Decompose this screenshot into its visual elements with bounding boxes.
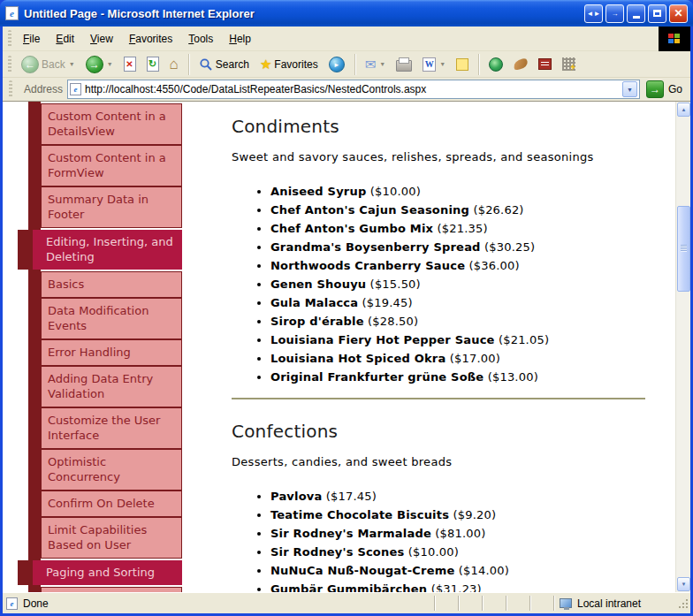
addressbar-grip[interactable] (9, 80, 12, 98)
home-icon: ⌂ (170, 57, 179, 72)
section-description: Desserts, candies, and sweet breads (232, 455, 649, 468)
forward-icon: → (86, 56, 103, 73)
menu-item-file[interactable]: File (15, 27, 48, 51)
refresh-button[interactable]: ↻ (142, 55, 164, 73)
sidebar-section-header[interactable]: Editing, Inserting, and Deleting (18, 230, 182, 270)
product-list: Pavlova ($17.45)Teatime Chocolate Biscui… (232, 488, 649, 592)
home-button[interactable]: ⌂ (165, 55, 183, 73)
back-dropdown-icon[interactable]: ▼ (69, 61, 75, 67)
windows-flag-icon (668, 34, 682, 45)
favorites-button[interactable]: ★ Favorites (255, 56, 323, 72)
scroll-down-button[interactable]: ▼ (677, 577, 690, 591)
media-icon: ▸ (329, 57, 345, 72)
address-dropdown-button[interactable]: ▼ (622, 81, 637, 97)
vertical-scrollbar[interactable]: ▲ ▼ (675, 102, 690, 592)
close-button[interactable]: ✕ (669, 4, 688, 23)
standard-toolbar: ← Back ▼ → ▼ ✕ ↻ ⌂ Search ★ Favorites (3, 51, 690, 78)
refresh-icon: ↻ (147, 57, 159, 72)
page-icon: e (70, 83, 81, 95)
addon-messenger-button[interactable] (558, 56, 580, 72)
sidebar-link[interactable]: Basics (41, 271, 182, 298)
sidebar-link[interactable]: Data Modification Events (41, 298, 182, 339)
resize-grip[interactable] (674, 596, 690, 611)
minimize-button[interactable] (627, 4, 645, 23)
forward-button[interactable]: → ▼ (81, 54, 118, 75)
menu-item-tools[interactable]: Tools (180, 27, 221, 51)
page-viewport: Custom Content in a DetailsViewCustom Co… (3, 102, 690, 592)
browser-window: e Untitled Page - Microsoft Internet Exp… (0, 0, 693, 616)
discuss-note-icon (456, 58, 468, 71)
forward-dropdown-icon[interactable]: ▼ (107, 61, 113, 67)
product-item: Chef Anton's Gumbo Mix ($21.35) (270, 220, 649, 238)
addon-capture-button[interactable] (509, 57, 532, 71)
word-icon: W (423, 57, 436, 72)
sidebar-link[interactable]: Limit Capabilities Based on User (41, 517, 182, 559)
scroll-up-button[interactable]: ▲ (677, 103, 690, 117)
back-button[interactable]: ← Back ▼ (17, 54, 80, 75)
sidebar-link[interactable]: Adding Data Entry Validation (41, 366, 182, 407)
addon-research-button[interactable] (534, 57, 556, 72)
section-title: Confections (232, 421, 649, 442)
menubar-grip[interactable] (8, 30, 11, 48)
product-item: Original Frankfurter grüne Soße ($13.00) (270, 369, 649, 386)
product-item: Pavlova ($17.45) (270, 488, 649, 506)
toolbar-separator (354, 54, 355, 75)
media-button[interactable]: ▸ (324, 55, 349, 74)
go-label: Go (668, 83, 682, 95)
sidebar-link[interactable]: Summary Data in Footer (41, 186, 182, 228)
edit-with-word-button[interactable]: W ▼ (418, 56, 450, 73)
search-icon (199, 57, 213, 72)
mail-icon: ✉ (365, 57, 377, 71)
print-icon (396, 60, 412, 72)
title-bar[interactable]: e Untitled Page - Microsoft Internet Exp… (0, 0, 693, 27)
status-bar: e Done Local intranet (3, 592, 690, 613)
go-arrow-icon: → (646, 80, 664, 98)
menu-item-edit[interactable]: Edit (48, 27, 82, 51)
menu-item-favorites[interactable]: Favorites (121, 27, 180, 51)
globe-icon (489, 57, 503, 72)
toolbar-grip[interactable] (8, 56, 11, 73)
sidebar-link[interactable]: Custom Content in a DetailsView (41, 103, 182, 145)
sidebar-link[interactable]: Error Handling (41, 339, 182, 366)
edit-dropdown-icon[interactable]: ▼ (439, 61, 446, 67)
product-item: Teatime Chocolate Biscuits ($9.20) (270, 506, 649, 524)
popout-arrow-icon: → (612, 10, 619, 18)
mail-button[interactable]: ✉ ▼ (361, 56, 391, 72)
menu-item-help[interactable]: Help (221, 27, 259, 51)
back-label: Back (42, 58, 65, 71)
maximize-button[interactable] (648, 4, 666, 23)
address-label: Address (24, 83, 63, 95)
discuss-button[interactable] (452, 57, 473, 72)
section-description: Sweet and savory sauces, relishes, sprea… (232, 150, 649, 164)
messenger-icon (562, 57, 575, 71)
menu-bar-items: FileEditViewFavoritesToolsHelp (15, 27, 259, 51)
sidebar-link[interactable]: Confirm On Delete (41, 491, 182, 517)
product-item: Sir Rodney's Marmalade ($81.00) (270, 525, 649, 543)
search-button[interactable]: Search (194, 56, 254, 73)
go-button[interactable]: → Go (644, 80, 688, 98)
scrollbar-thumb[interactable] (677, 206, 690, 292)
stop-button[interactable]: ✕ (119, 55, 141, 73)
product-item: Grandma's Boysenberry Spread ($30.25) (270, 239, 649, 256)
address-url[interactable]: http://localhost:4550/Code/DataListRepea… (85, 83, 619, 95)
product-item: Aniseed Syrup ($10.00) (270, 183, 649, 201)
mail-dropdown-icon[interactable]: ▼ (379, 61, 385, 67)
book-icon (538, 58, 552, 70)
sidebar-section-header[interactable]: Paging and Sorting (18, 560, 182, 585)
titlebar-popout-button[interactable]: → (605, 4, 624, 23)
toolbar-separator (188, 54, 189, 75)
menu-item-view[interactable]: View (82, 27, 121, 51)
product-item: Chef Anton's Cajun Seasoning ($26.62) (270, 202, 649, 219)
window-controls: ◄► → ✕ (584, 4, 688, 23)
sidebar-link[interactable]: Optimistic Concurrency (41, 449, 182, 491)
close-icon: ✕ (674, 7, 682, 19)
sidebar-link[interactable]: Custom Content in a FormView (41, 145, 182, 186)
address-input[interactable]: e http://localhost:4550/Code/DataListRep… (67, 80, 640, 99)
addon-globe-button[interactable] (484, 56, 507, 73)
product-item: Gumbär Gummibärchen ($31.23) (270, 581, 649, 592)
sidebar-link[interactable]: Customize the User Interface (41, 407, 182, 449)
zone-text: Local intranet (577, 597, 641, 610)
print-button[interactable] (392, 55, 416, 73)
titlebar-nav-arrows-button[interactable]: ◄► (584, 4, 603, 23)
product-item: Gula Malacca ($19.45) (270, 294, 649, 312)
